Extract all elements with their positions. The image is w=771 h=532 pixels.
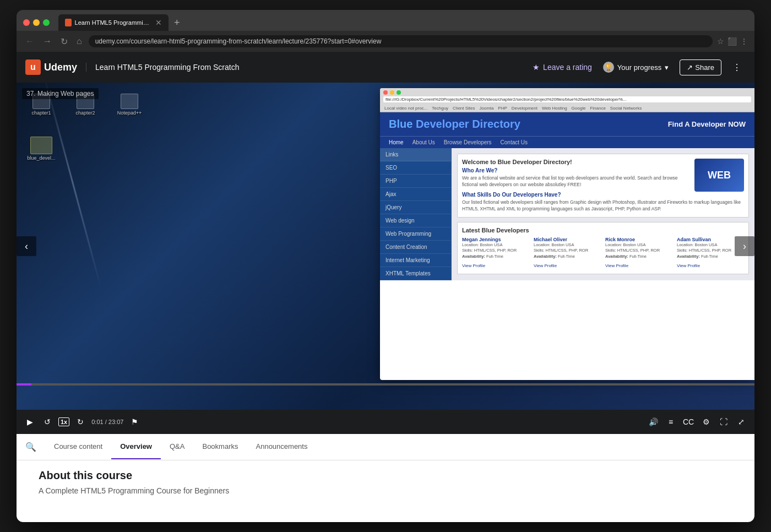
- udemy-logo[interactable]: u Udemy: [25, 59, 77, 75]
- leave-rating-btn[interactable]: ★ Leave a rating: [533, 63, 592, 72]
- back-button[interactable]: ←: [23, 35, 36, 47]
- minimize-window-btn[interactable]: [33, 19, 40, 26]
- close-window-btn[interactable]: [23, 19, 30, 26]
- bookmark-icon[interactable]: ☆: [717, 37, 724, 46]
- forward-button[interactable]: →: [41, 35, 54, 47]
- dev-link-3[interactable]: View Profile: [677, 263, 700, 268]
- skills-section: What Skills Do Our Developers Have? Our …: [462, 192, 744, 213]
- captions-button[interactable]: CC: [682, 415, 695, 428]
- search-icon[interactable]: 🔍: [25, 442, 36, 452]
- your-progress-btn[interactable]: 🏆 Your progress ▾: [599, 59, 673, 75]
- dev-name-2: Rick Monroe: [605, 237, 672, 242]
- desktop-background: chapter1 chapter2 Notepad++: [17, 83, 754, 410]
- tab-announcements[interactable]: Announcements: [247, 435, 317, 459]
- captions-settings-icon[interactable]: ⚑: [128, 415, 141, 428]
- site-sidebar: Links SEO PHP Ajax jQuery Web design Web…: [380, 148, 452, 280]
- sidebar-link-seo: SEO: [380, 161, 451, 175]
- video-wrapper: chapter1 chapter2 Notepad++: [17, 83, 754, 522]
- site-nav-home: Home: [389, 139, 404, 145]
- time-total: 23:07: [108, 419, 124, 425]
- dev-info-0: Location: Boston USASkills: HTML/CSS, PH…: [462, 242, 529, 260]
- settings-video-button[interactable]: ⚙: [699, 415, 713, 428]
- desktop-icons: chapter1 chapter2 Notepad++: [28, 94, 143, 161]
- forward-10-button[interactable]: ↻: [74, 415, 87, 428]
- home-button[interactable]: ⌂: [74, 35, 84, 47]
- dev-name-3: Adam Sullivan: [677, 237, 744, 242]
- course-title: Learn HTML5 Programming From Scratch: [86, 63, 239, 72]
- tab-bar: Learn HTML5 Programming Fro... ✕ +: [17, 10, 754, 31]
- tab-content-area: About this course A Complete HTML5 Progr…: [17, 460, 754, 504]
- dev-card-1: Michael Oliver Location: Boston USASkill…: [534, 237, 601, 270]
- latest-devs-title: Latest Blue Developers: [462, 227, 744, 234]
- icon-label-4: blue_devel...: [27, 155, 55, 161]
- tab-favicon: [65, 19, 72, 26]
- site-nav-contact: Contact Us: [501, 139, 528, 145]
- reload-button[interactable]: ↻: [58, 35, 70, 48]
- share-button[interactable]: ↗ Share: [680, 59, 721, 75]
- prev-lecture-button[interactable]: ‹: [17, 236, 36, 256]
- video-progress-bar[interactable]: [17, 383, 754, 386]
- sidebar-link-marketing: Internet Marketing: [380, 254, 451, 267]
- browser-chrome: Learn HTML5 Programming Fro... ✕ + ← → ↻…: [17, 10, 754, 52]
- sidebar-link-webprog: Web Programming: [380, 227, 451, 241]
- dev-info-3: Location: Boston USASkills: HTML/CSS, PH…: [677, 242, 744, 260]
- volume-button[interactable]: 🔊: [647, 415, 660, 428]
- site-body: Links SEO PHP Ajax jQuery Web design Web…: [380, 148, 754, 280]
- address-bar: ← → ↻ ⌂ ☆ ⬛ ⋮: [17, 31, 754, 52]
- developers-box: Latest Blue Developers Megan Jennings Lo…: [457, 222, 749, 275]
- site-nav-about: About Us: [412, 139, 435, 145]
- tab-bookmarks[interactable]: Bookmarks: [193, 435, 247, 459]
- browser-toolbar-icons: ☆ ⬛ ⋮: [717, 37, 748, 46]
- sidebar-link-webdesign: Web design: [380, 214, 451, 227]
- desktop-icon-3: Notepad++: [116, 94, 143, 116]
- skills-title: What Skills Do Our Developers Have?: [462, 192, 744, 198]
- dev-link-2[interactable]: View Profile: [605, 263, 628, 268]
- your-progress-label: Your progress: [617, 63, 661, 72]
- dev-info-2: Location: Boston USASkills: HTML/CSS, PH…: [605, 242, 672, 260]
- tab-close-icon[interactable]: ✕: [155, 18, 162, 27]
- tab-qa[interactable]: Q&A: [161, 435, 193, 459]
- sidebar-link-jquery: jQuery: [380, 201, 451, 214]
- more-options-button[interactable]: ⋮: [728, 60, 746, 75]
- dev-link-1[interactable]: View Profile: [534, 263, 557, 268]
- url-input[interactable]: [89, 35, 713, 47]
- web-graphic: WEB: [694, 159, 744, 192]
- fullscreen-button[interactable]: ⛶: [717, 415, 730, 428]
- icon-label-2: chapter2: [75, 110, 95, 116]
- tabs-bar: 🔍 Course content Overview Q&A Bookmarks …: [17, 434, 754, 460]
- site-title: Blue Developer Directory: [389, 118, 520, 131]
- site-header: Blue Developer Directory Find A Develope…: [380, 112, 754, 136]
- transcript-button[interactable]: ≡: [664, 415, 677, 428]
- time-display: 0:01 / 23:07: [91, 419, 123, 425]
- video-title: 37. Making Web pages: [22, 88, 99, 99]
- active-tab[interactable]: Learn HTML5 Programming Fro... ✕: [58, 14, 169, 31]
- extensions-icon[interactable]: ⬛: [727, 37, 737, 46]
- welcome-box: WEB Welcome to Blue Developer Directory!…: [457, 154, 749, 218]
- sidebar-link-xhtml: XHTML Templates: [380, 267, 451, 280]
- next-lecture-button[interactable]: ›: [735, 236, 754, 256]
- tab-overview[interactable]: Overview: [111, 435, 161, 459]
- leave-rating-label: Leave a rating: [543, 63, 592, 72]
- dev-link-0[interactable]: View Profile: [462, 263, 485, 268]
- share-label: Share: [695, 63, 714, 72]
- speed-button[interactable]: 1x: [58, 417, 69, 426]
- desktop-icon-4: blue_devel...: [28, 137, 55, 161]
- bs-chrome: file:///G:/Dropbox/Current%20Projects/HT…: [380, 88, 754, 105]
- mac-window: Learn HTML5 Programming Fro... ✕ + ← → ↻…: [17, 10, 754, 522]
- maximize-window-btn[interactable]: [43, 19, 50, 26]
- sidebar-link-links: Links: [380, 148, 451, 161]
- site-main: WEB Welcome to Blue Developer Directory!…: [452, 148, 754, 280]
- tab-course-content[interactable]: Course content: [45, 435, 111, 459]
- bottom-panel: 🔍 Course content Overview Q&A Bookmarks …: [17, 434, 754, 522]
- dev-name-1: Michael Oliver: [534, 237, 601, 242]
- site-cta: Find A Developer NOW: [668, 120, 746, 128]
- dev-grid: Megan Jennings Location: Boston USASkill…: [462, 237, 744, 270]
- icon-img-3: [121, 94, 138, 109]
- new-tab-button[interactable]: +: [171, 18, 183, 28]
- rewind-button[interactable]: ↺: [41, 415, 54, 428]
- play-button[interactable]: ▶: [23, 415, 36, 428]
- expand-button[interactable]: ⤢: [735, 415, 748, 428]
- dev-card-0: Megan Jennings Location: Boston USASkill…: [462, 237, 529, 270]
- settings-icon[interactable]: ⋮: [740, 37, 748, 46]
- chevron-down-icon: ▾: [665, 63, 669, 72]
